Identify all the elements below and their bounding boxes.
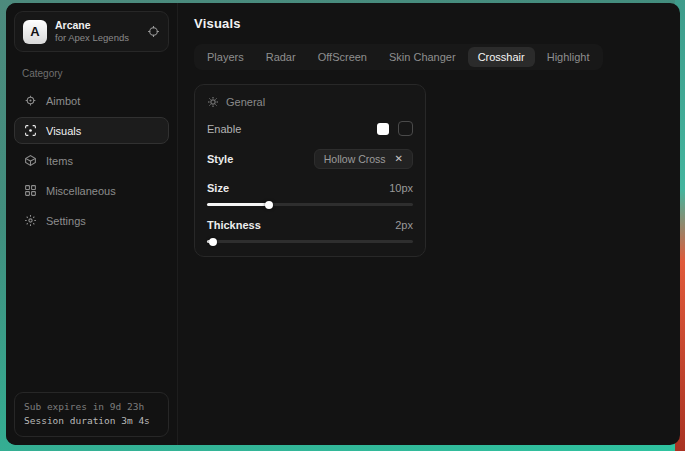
size-slider[interactable] <box>207 203 413 206</box>
thickness-row: Thickness 2px <box>207 219 413 231</box>
app-subtitle: for Apex Legends <box>55 32 139 44</box>
sidebar-item-aimbot[interactable]: Aimbot <box>14 87 169 114</box>
enable-checkbox[interactable] <box>398 121 413 136</box>
thickness-label: Thickness <box>207 219 261 231</box>
app-name: Arcane <box>55 19 139 32</box>
items-box-icon <box>24 154 37 167</box>
category-label: Category <box>22 68 161 79</box>
tab-radar[interactable]: Radar <box>256 47 306 67</box>
enable-row: Enable <box>207 121 413 136</box>
page-title: Visuals <box>194 16 664 31</box>
thickness-slider-thumb[interactable] <box>209 238 217 246</box>
color-swatch[interactable] <box>377 123 389 135</box>
tab-highlight[interactable]: Highlight <box>537 47 600 67</box>
style-value: Hollow Cross <box>324 153 386 165</box>
misc-grid-icon <box>24 184 37 197</box>
visuals-tab-bar: Players Radar OffScreen Skin Changer Cro… <box>194 44 603 70</box>
enable-label: Enable <box>207 123 241 135</box>
style-row: Style Hollow Cross ✕ <box>207 149 413 169</box>
size-label: Size <box>207 182 229 194</box>
brand-card: A Arcane for Apex Legends <box>14 11 169 52</box>
unload-crosshair-icon[interactable] <box>147 25 160 38</box>
tab-skin-changer[interactable]: Skin Changer <box>379 47 466 67</box>
visuals-scan-icon <box>24 124 37 137</box>
sidebar: A Arcane for Apex Legends Category Aimbo… <box>6 3 178 445</box>
sidebar-item-miscellaneous[interactable]: Miscellaneous <box>14 177 169 204</box>
general-gear-icon <box>207 96 219 108</box>
thickness-value: 2px <box>395 219 413 231</box>
tab-crosshair[interactable]: Crosshair <box>468 47 535 67</box>
sidebar-item-visuals[interactable]: Visuals <box>14 117 169 144</box>
sidebar-item-label: Miscellaneous <box>46 185 116 197</box>
tab-offscreen[interactable]: OffScreen <box>308 47 377 67</box>
session-duration-text: Session duration 3m 4s <box>24 414 159 429</box>
app-logo: A <box>23 20 47 44</box>
subscription-info-card: Sub expires in 9d 23h Session duration 3… <box>14 392 169 437</box>
aimbot-crosshair-icon <box>24 94 37 107</box>
sidebar-item-label: Visuals <box>46 125 81 137</box>
thickness-slider[interactable] <box>207 240 413 243</box>
style-chip[interactable]: Hollow Cross ✕ <box>314 149 413 169</box>
sidebar-item-label: Items <box>46 155 73 167</box>
general-panel: General Enable Style Hollow Cross ✕ <box>194 84 426 257</box>
tab-players[interactable]: Players <box>197 47 254 67</box>
sidebar-item-items[interactable]: Items <box>14 147 169 174</box>
sub-expires-text: Sub expires in 9d 23h <box>24 400 159 415</box>
cheat-menu-window: A Arcane for Apex Legends Category Aimbo… <box>6 3 680 445</box>
size-value: 10px <box>389 182 413 194</box>
panel-title: General <box>226 96 265 108</box>
sidebar-item-label: Settings <box>46 215 86 227</box>
settings-gear-icon <box>24 214 37 227</box>
sidebar-item-label: Aimbot <box>46 95 80 107</box>
sidebar-item-settings[interactable]: Settings <box>14 207 169 234</box>
style-label: Style <box>207 153 233 165</box>
remove-style-icon[interactable]: ✕ <box>395 154 403 164</box>
size-row: Size 10px <box>207 182 413 194</box>
size-slider-thumb[interactable] <box>265 201 273 209</box>
main-content: Visuals Players Radar OffScreen Skin Cha… <box>178 3 680 445</box>
